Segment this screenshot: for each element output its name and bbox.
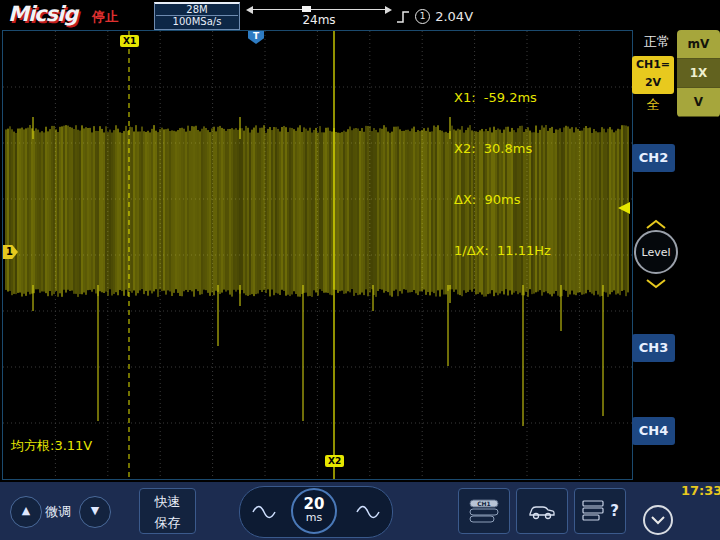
channel1-bandwidth: 全	[632, 96, 674, 114]
measurement-freq: 1/ΔX: 11.11Hz	[454, 242, 551, 259]
timebase-value: 24ms	[246, 13, 392, 27]
channel2-button[interactable]: CH2	[632, 144, 675, 172]
vehicle-mode-button[interactable]	[516, 488, 568, 534]
cursor-x1-label[interactable]: X1	[120, 35, 139, 47]
chevron-down-icon	[650, 515, 666, 525]
trigger-source-badge: 1	[415, 9, 430, 24]
scale-v-button[interactable]: V	[677, 88, 720, 117]
bottom-toolbar: ▲ 微调 ▼ 快速 保存 20 ms CH1	[0, 482, 720, 540]
level-knob[interactable]: Level	[634, 230, 678, 274]
horizontal-timebase-widget[interactable]: 20 ms	[239, 486, 393, 538]
channel4-button[interactable]: CH4	[632, 417, 675, 445]
measurement-x1: X1: -59.2ms	[454, 89, 551, 106]
quick-save-button[interactable]: 快速 保存	[139, 488, 196, 534]
channel-stack-button[interactable]: CH1	[458, 488, 510, 534]
trigger-level-arrow-icon[interactable]	[615, 201, 631, 215]
quick-save-line1: 快速	[140, 491, 195, 512]
run-status: 停止	[92, 8, 118, 26]
fine-adjust-up-button[interactable]: ▲	[10, 496, 42, 528]
channel1-scale: 2V	[632, 74, 674, 92]
memory-depth: 28M	[155, 4, 239, 15]
timebase-ruler[interactable]: 24ms	[246, 2, 392, 28]
brand-logo: Micsig	[8, 2, 77, 26]
channel3-button[interactable]: CH3	[632, 334, 675, 362]
trigger-slope-icon	[396, 9, 410, 25]
fine-adjust-down-button[interactable]: ▼	[79, 496, 111, 528]
clock: 17:33	[681, 483, 720, 498]
collapse-menu-button[interactable]	[643, 505, 673, 535]
drawer-stack-icon	[581, 499, 607, 523]
help-question-mark: ?	[610, 502, 619, 520]
trigger-level-value: 2.04V	[435, 9, 473, 24]
sample-rate-box[interactable]: 28M 100MSa/s	[154, 2, 240, 30]
top-bar: Micsig 停止 28M 100MSa/s 24ms 1 2.04V	[0, 0, 720, 30]
trigger-readout[interactable]: 1 2.04V	[396, 6, 473, 25]
timebase-unit: ms	[293, 511, 335, 524]
cursor-measurements: X1: -59.2ms X2: 30.8ms ΔX: 90ms 1/ΔX: 11…	[454, 55, 551, 293]
car-icon	[527, 501, 557, 521]
timebase-knob[interactable]: 20 ms	[291, 488, 337, 534]
trigger-mode-label: 正常	[644, 33, 670, 51]
ruler-window-handle[interactable]	[302, 6, 311, 12]
level-up-chevron-icon[interactable]	[645, 219, 667, 230]
scale-mv-button[interactable]: mV	[677, 30, 720, 59]
measurement-x2: X2: 30.8ms	[454, 140, 551, 157]
channel1-button[interactable]: CH1= 2V	[632, 56, 674, 94]
measurement-dx: ΔX: 90ms	[454, 191, 551, 208]
fine-adjust-label: 微调	[45, 503, 71, 521]
oscilloscope-screen: Micsig 停止 28M 100MSa/s 24ms 1 2.04V T X1…	[0, 0, 720, 540]
waveform-area: T X1 X2 1 X1: -59.2ms X2: 30.8ms ΔX: 90m…	[2, 30, 633, 480]
storage-help-button[interactable]: ?	[574, 488, 626, 534]
probe-attenuation-button[interactable]: 1X	[677, 59, 720, 88]
sample-rate: 100MSa/s	[155, 16, 239, 27]
sine-left-icon	[252, 504, 276, 520]
cursor-x2-label[interactable]: X2	[325, 455, 344, 467]
channel1-label: CH1=	[632, 56, 674, 74]
quick-save-line2: 保存	[140, 512, 195, 533]
layers-icon: CH1	[467, 498, 501, 524]
vertical-scale-panel: mV 1X V	[677, 30, 720, 117]
rms-readout: 均方根:3.11V	[11, 437, 92, 455]
ruler-bar	[253, 9, 385, 10]
sine-right-icon	[356, 504, 380, 520]
stack-ch1-label: CH1	[477, 500, 491, 507]
level-down-chevron-icon[interactable]	[645, 278, 667, 289]
